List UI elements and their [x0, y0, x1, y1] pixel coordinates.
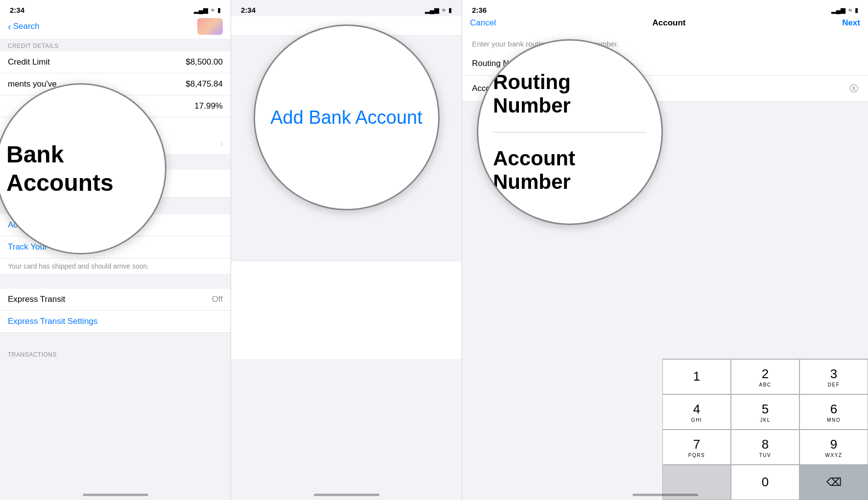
page-title: Account: [653, 18, 686, 28]
key-4[interactable]: 4 GHI: [662, 394, 731, 430]
magnifier-account-text: Account Number: [493, 147, 647, 194]
credit-limit-value: $8,500.00: [186, 57, 223, 67]
express-transit-settings-label: Express Transit Settings: [8, 317, 97, 326]
key-5-number: 5: [762, 402, 769, 417]
key-3-number: 3: [830, 366, 837, 382]
key-7-letters: PQRS: [688, 453, 705, 458]
key-6-letters: MNO: [827, 417, 841, 423]
key-backspace[interactable]: ⌫: [799, 465, 868, 500]
card-thumbnail: [197, 18, 223, 35]
battery-icon-3: ▮: [855, 6, 858, 14]
express-transit-row: Express Transit Off: [0, 289, 231, 311]
status-bar-3: 2:36 ▂▄▆ ≈ ▮: [462, 0, 868, 16]
keypad-row-2: 4 GHI 5 JKL 6 MNO: [662, 394, 868, 430]
amount-label: ments you've: [8, 79, 57, 89]
express-transit-label: Express Transit: [8, 295, 65, 304]
battery-icon-2: ▮: [448, 6, 452, 14]
back-bar-1: ‹ Search: [0, 16, 231, 39]
backspace-icon: ⌫: [826, 476, 842, 489]
wifi-icon: ≈: [211, 6, 214, 14]
key-3[interactable]: 3 DEF: [799, 359, 868, 394]
key-0[interactable]: 0: [731, 465, 799, 500]
status-icons-2: ▂▄▆ ≈ ▮: [425, 6, 452, 14]
cancel-button[interactable]: Cancel: [470, 18, 496, 28]
key-2-number: 2: [762, 366, 769, 382]
key-6-number: 6: [830, 402, 837, 417]
amount-value: $8,475.84: [186, 79, 223, 89]
magnifier-bank-accounts-text: Bank Accounts: [0, 131, 165, 206]
empty-space: [231, 261, 462, 359]
section-transactions: TRANSACTIONS: [0, 347, 231, 360]
status-icons-1: ▂▄▆ ≈ ▮: [194, 6, 221, 14]
magnifier-bank-accounts: Bank Accounts: [0, 83, 166, 254]
magnifier-routing-account: Routing Number Account Number: [477, 39, 663, 225]
list-item-credit-limit: Credit Limit $8,500.00: [0, 51, 231, 73]
magnifier-add-bank: Add Bank Account: [254, 24, 440, 210]
rate-value: 17.99%: [194, 101, 223, 111]
credit-limit-label: Credit Limit: [8, 57, 50, 67]
keypad-row-1: 1 2 ABC 3 DEF: [662, 359, 868, 394]
key-7-number: 7: [693, 437, 700, 452]
panel-add-bank-account: 2:34 ▂▄▆ ≈ ▮ Add Bank Account: [231, 0, 462, 500]
section-credit-details: CREDIT DETAILS: [0, 39, 231, 51]
shipped-note: Your card has shipped and should arrive …: [0, 258, 231, 274]
magnifier-divider: [493, 132, 647, 133]
status-bar-1: 2:34 ▂▄▆ ≈ ▮: [0, 0, 231, 16]
back-chevron-icon[interactable]: ‹: [8, 21, 11, 32]
express-transit-value: Off: [212, 295, 223, 304]
signal-icon: ▂▄▆: [194, 6, 208, 14]
key-8-letters: TUV: [759, 453, 772, 458]
panel2-list-area: [231, 261, 462, 359]
divider-3: [0, 333, 231, 347]
key-9-number: 9: [830, 437, 837, 452]
form-description: Enter your bank routing and account numb…: [462, 32, 868, 52]
wifi-icon-2: ≈: [442, 6, 446, 14]
bank-accounts-chevron: ›: [220, 139, 223, 148]
home-indicator-2: [314, 494, 379, 496]
key-5-letters: JKL: [760, 417, 771, 423]
key-1-number: 1: [693, 369, 700, 384]
wifi-icon-3: ≈: [848, 6, 852, 14]
home-indicator-1: [83, 494, 148, 496]
key-9-letters: WXYZ: [825, 453, 843, 458]
next-button[interactable]: Next: [842, 18, 860, 28]
key-2-letters: ABC: [759, 382, 771, 387]
key-8-number: 8: [762, 437, 769, 452]
express-transit-settings-row[interactable]: Express Transit Settings: [0, 311, 231, 333]
status-time-1: 2:34: [10, 6, 24, 14]
magnifier-routing-text: Routing Number: [493, 70, 647, 117]
status-icons-3: ▂▄▆ ≈ ▮: [831, 6, 858, 14]
panel3-nav: Cancel Account Next: [462, 16, 868, 32]
panel-routing-account: 2:36 ▂▄▆ ≈ ▮ Cancel Account Next Enter y…: [462, 0, 868, 500]
signal-icon-2: ▂▄▆: [425, 6, 439, 14]
divider-2: [0, 274, 231, 289]
key-3-letters: DEF: [828, 382, 840, 387]
battery-icon: ▮: [217, 6, 221, 14]
status-bar-2: 2:34 ▂▄▆ ≈ ▮: [231, 0, 462, 16]
key-4-letters: GHI: [691, 417, 702, 423]
key-2[interactable]: 2 ABC: [731, 359, 799, 394]
key-9[interactable]: 9 WXYZ: [799, 430, 868, 465]
keypad-row-3: 7 PQRS 8 TUV 9 WXYZ: [662, 430, 868, 465]
key-1[interactable]: 1: [662, 359, 731, 394]
panel-credit-details: 2:34 ▂▄▆ ≈ ▮ ‹ Search CREDIT DETAILS Cre…: [0, 0, 231, 500]
key-0-number: 0: [762, 475, 769, 490]
signal-icon-3: ▂▄▆: [831, 6, 845, 14]
home-indicator-3: [633, 494, 698, 496]
key-5[interactable]: 5 JKL: [731, 394, 799, 430]
magnifier-add-bank-text: Add Bank Account: [270, 107, 422, 128]
key-4-number: 4: [693, 402, 700, 417]
status-time-3: 2:36: [472, 6, 487, 14]
back-label-1[interactable]: Search: [13, 22, 40, 31]
key-6[interactable]: 6 MNO: [799, 394, 868, 430]
key-7[interactable]: 7 PQRS: [662, 430, 731, 465]
key-8[interactable]: 8 TUV: [731, 430, 799, 465]
numeric-keypad: 1 2 ABC 3 DEF 4 GHI 5 JKL 6 MNO: [662, 359, 868, 500]
clear-button[interactable]: Ⓧ: [849, 83, 858, 94]
status-time-2: 2:34: [241, 6, 256, 14]
